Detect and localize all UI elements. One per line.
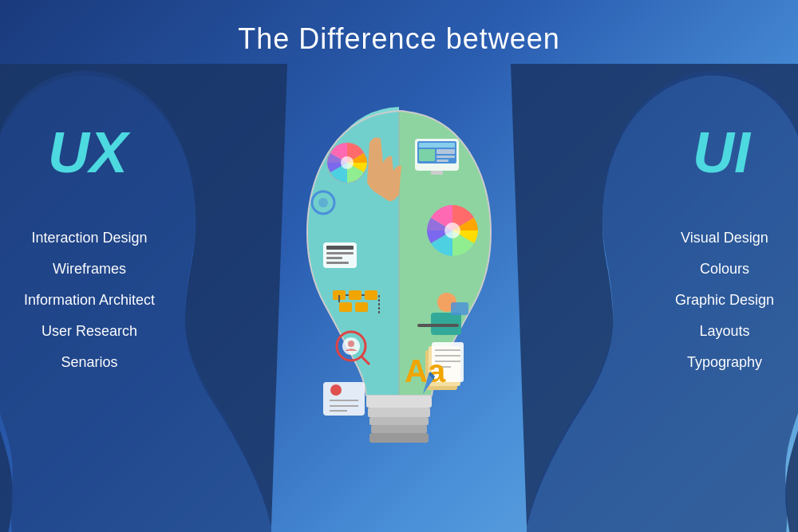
- svg-rect-38: [437, 149, 455, 154]
- ui-item-2: Graphic Design: [675, 292, 774, 309]
- svg-point-27: [330, 384, 342, 396]
- ui-label: UI: [693, 120, 750, 185]
- svg-rect-37: [419, 149, 435, 161]
- svg-rect-35: [431, 171, 443, 175]
- svg-rect-40: [437, 160, 448, 162]
- svg-rect-7: [369, 433, 429, 443]
- ui-item-0: Visual Design: [675, 230, 774, 246]
- svg-text:Aa: Aa: [405, 353, 446, 388]
- svg-point-32: [341, 156, 354, 169]
- svg-rect-36: [419, 143, 455, 148]
- ux-label: UX: [48, 120, 128, 185]
- bulb-illustration: Aa: [275, 99, 523, 466]
- bulb-svg: Aa: [275, 99, 523, 466]
- svg-rect-46: [451, 302, 468, 315]
- svg-point-56: [318, 198, 328, 207]
- svg-rect-15: [365, 290, 377, 300]
- svg-rect-6: [371, 425, 427, 433]
- svg-rect-11: [326, 257, 342, 259]
- svg-rect-9: [326, 246, 354, 250]
- ux-item-4: Senarios: [24, 354, 155, 371]
- svg-rect-3: [366, 396, 432, 408]
- ux-item-3: User Research: [24, 323, 155, 340]
- svg-rect-18: [339, 302, 352, 312]
- page-title: The Difference between: [0, 0, 798, 56]
- svg-point-42: [444, 223, 460, 238]
- svg-rect-5: [369, 417, 429, 425]
- ux-item-1: Wireframes: [24, 261, 155, 278]
- ui-items-list: Visual DesignColoursGraphic DesignLayout…: [675, 215, 774, 385]
- ux-item-0: Interaction Design: [24, 230, 155, 246]
- ux-items-list: Interaction DesignWireframesInformation …: [24, 215, 155, 385]
- svg-rect-10: [326, 252, 354, 254]
- svg-rect-12: [326, 262, 349, 264]
- svg-rect-4: [368, 408, 430, 417]
- ui-item-4: Typography: [675, 354, 774, 371]
- svg-point-25: [348, 341, 354, 347]
- ux-item-2: Information Architect: [24, 292, 155, 309]
- svg-rect-14: [349, 290, 361, 300]
- ui-item-1: Colours: [675, 261, 774, 278]
- main-content: UX UI Interaction DesignWireframesInform…: [0, 56, 798, 524]
- svg-rect-39: [437, 156, 455, 158]
- svg-rect-19: [355, 302, 368, 312]
- svg-rect-45: [417, 324, 459, 327]
- ui-item-3: Layouts: [675, 323, 774, 340]
